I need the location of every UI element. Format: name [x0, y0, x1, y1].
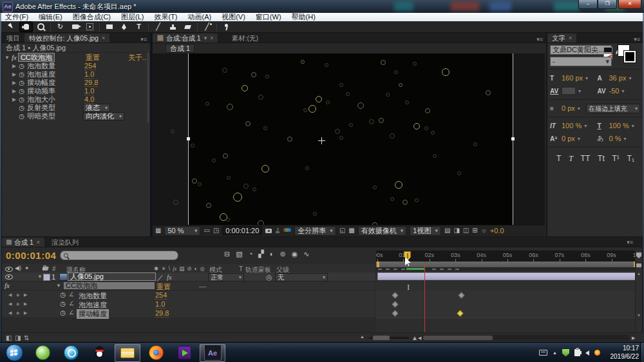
taskbar-app-360browser[interactable] [30, 344, 55, 362]
timeline-zoom-slider[interactable] [369, 337, 409, 339]
close-icon[interactable]: × [569, 33, 572, 43]
text-tool[interactable]: T [132, 21, 146, 32]
zoom-out-mountain-icon[interactable]: ▲ [360, 334, 365, 339]
add-keyframe-icon[interactable]: ◆ [16, 292, 19, 298]
scroll-left-icon[interactable]: ◀ [418, 336, 421, 341]
comp-current-time[interactable]: 0:00:01:20 [222, 226, 262, 235]
timeline-toolbar-icon-1[interactable]: ▧ [236, 250, 242, 258]
close-icon[interactable]: × [102, 33, 105, 43]
proportional-spacing-value[interactable]: 0 % [609, 135, 621, 142]
timeline-toolbar-icon-3[interactable]: ▞ [258, 250, 263, 258]
timeline-toolbar-icon-6[interactable]: ◉ [292, 250, 298, 258]
maximize-button[interactable]: ❐ [598, 0, 617, 9]
menu-item-0[interactable]: 文件(F) [0, 13, 33, 21]
property-value[interactable]: 4.0 [84, 95, 94, 104]
shy-icon[interactable] [636, 252, 641, 258]
eraser-tool[interactable] [181, 21, 194, 32]
comp-view-option-icon-3[interactable]: ⊞ [472, 227, 477, 234]
property-value[interactable]: 29.8 [84, 79, 98, 87]
layer-color-swatch[interactable] [43, 274, 50, 281]
stopwatch-icon[interactable]: ◷ [17, 62, 26, 70]
brush-tool[interactable]: ╱ [151, 21, 165, 32]
puppet-pin-tool[interactable] [220, 21, 233, 32]
effect-property-row[interactable]: ▶◷泡泡速度1.0 [2, 70, 150, 79]
keyframe-diamond[interactable] [392, 301, 398, 307]
stopwatch-icon[interactable]: ◷ [17, 113, 26, 120]
effect-name[interactable]: CC吹泡泡 [18, 53, 55, 62]
snapshot-icon[interactable] [265, 229, 272, 233]
layer-name[interactable]: 人像05.jpg [68, 272, 156, 281]
shape-tool[interactable] [102, 21, 116, 32]
layer-handle[interactable] [511, 137, 515, 140]
kerning-value[interactable] [562, 87, 576, 95]
stopwatch-icon[interactable]: ◷ [17, 96, 26, 103]
show-desktop-button[interactable] [640, 343, 644, 362]
fx-switch-icon[interactable]: fx [167, 273, 172, 281]
property-value[interactable]: 254 [155, 291, 167, 300]
stopwatch-icon[interactable]: ◷ [17, 104, 26, 111]
font-size-value[interactable]: 160 px [562, 74, 583, 82]
effect-name[interactable]: CC吹泡泡 [64, 282, 155, 289]
safe-margins-icon[interactable]: ▭ [204, 227, 209, 234]
roto-brush-tool[interactable]: ╱ [200, 21, 214, 32]
effect-group-row[interactable]: fx ▼ CC吹泡泡 重置 — [2, 281, 375, 291]
volume-icon[interactable] [585, 350, 589, 356]
prev-keyframe-icon[interactable]: ◀ [8, 292, 12, 298]
stopwatch-icon[interactable]: ◷ [59, 309, 67, 316]
keyframe-diamond[interactable] [392, 310, 398, 316]
tab-project[interactable]: 项目 [2, 33, 24, 43]
faux-style-button-0[interactable]: T [556, 154, 561, 164]
layer-handle[interactable] [187, 137, 190, 140]
taskbar-app-player[interactable] [171, 344, 197, 362]
timeline-toolbar-icon-5[interactable]: ⊛ [279, 250, 285, 258]
close-icon[interactable]: × [210, 33, 213, 43]
chevron-down-icon[interactable]: ▼ [37, 274, 43, 280]
menu-item-1[interactable]: 编辑(E) [33, 13, 68, 21]
tracking-value[interactable]: -50 [609, 87, 620, 95]
chevron-down-icon[interactable]: ▼ [56, 283, 61, 289]
stopwatch-icon[interactable]: ◷ [17, 79, 26, 86]
reset-button[interactable]: 重置 [86, 53, 100, 62]
faux-style-button-3[interactable]: Tt [598, 154, 605, 164]
timeline-toolbar-icon-4[interactable]: ◐ [270, 250, 274, 258]
panel-menu-icon[interactable]: ▾≡ [627, 239, 633, 245]
camera-tool[interactable] [68, 21, 82, 32]
input-method-icon[interactable] [539, 350, 547, 356]
region-icon[interactable]: ◱ [339, 227, 345, 234]
timeline-property-row[interactable]: ◀◆▶◷∠泡泡速度1.0 [2, 300, 375, 309]
effect-property-row[interactable]: ▶◷摆动幅度29.8 [2, 79, 150, 87]
minimize-button[interactable]: – [578, 0, 598, 9]
chevron-down-icon[interactable]: ▾ [204, 33, 207, 43]
keyframe-diamond[interactable] [457, 310, 463, 316]
menu-item-8[interactable]: 帮助(H) [287, 13, 321, 21]
property-value[interactable]: 1.0 [84, 87, 94, 95]
zoom-slider-thumb[interactable] [373, 336, 390, 340]
effect-property-row[interactable]: ◷反射类型液态▾ [2, 104, 150, 112]
layer-row[interactable]: ▼ 1 人像05.jpg ／ fx 正常▾ ◎ 无▾ [2, 272, 375, 281]
pan-behind-tool[interactable] [83, 21, 97, 32]
next-keyframe-icon[interactable]: ▶ [24, 310, 27, 316]
channels-icon[interactable] [283, 228, 291, 233]
view-layout-dropdown[interactable]: 1视图▾ [410, 226, 441, 236]
rotation-tool[interactable]: ↻ [53, 21, 67, 32]
tab-effect-controls[interactable]: 特效控制台: 人像05.jpg× [24, 33, 109, 43]
roi-icon[interactable]: ◳ [213, 227, 219, 234]
close-icon[interactable]: × [37, 238, 40, 247]
resolution-dropdown[interactable]: 全分辨率▾ [294, 226, 336, 236]
property-value[interactable]: 254 [84, 62, 96, 70]
hand-tool[interactable] [19, 21, 33, 32]
timeline-search-input[interactable] [60, 251, 178, 260]
expander-icon[interactable]: ▶ [11, 97, 17, 102]
stroke-width-value[interactable]: 0 px [562, 104, 575, 112]
add-keyframe-icon[interactable]: ◆ [16, 310, 19, 316]
selection-tool[interactable] [5, 21, 18, 32]
set-black-swatch[interactable] [603, 47, 612, 53]
clone-stamp-tool[interactable] [166, 21, 180, 32]
anchor-point-icon[interactable] [318, 137, 325, 144]
expander-icon[interactable]: ▶ [11, 80, 17, 86]
show-snapshot-icon[interactable] [275, 228, 280, 234]
layer-visibility-icon[interactable] [5, 274, 13, 280]
tab-timeline-comp[interactable]: 合成 1× [2, 238, 44, 247]
tab-character[interactable]: 文字× [547, 33, 576, 43]
effect-property-row[interactable]: ▶◷泡泡大小4.0 [2, 95, 150, 104]
